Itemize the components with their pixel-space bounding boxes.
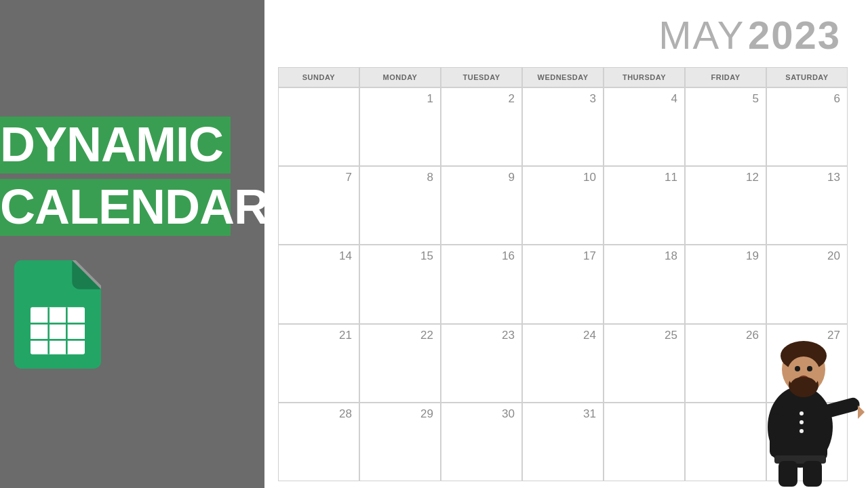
calendar-cell: 31 [522, 403, 604, 481]
title-line-1: DYNAMIC [0, 117, 231, 174]
day-header-monday: MONDAY [359, 67, 441, 87]
calendar-cell: 5 [685, 87, 766, 166]
calendar-cell: 21 [278, 324, 359, 403]
left-panel: DYNAMIC CALENDAR [0, 0, 264, 488]
calendar-cell: 12 [685, 166, 766, 245]
day-header-wednesday: WEDNESDAY [522, 67, 604, 87]
calendar-cell: 3 [522, 87, 604, 166]
svg-rect-0 [31, 307, 85, 354]
calendar-cell: 9 [441, 166, 522, 245]
calendar-cell [278, 87, 359, 166]
calendar-cell: 7 [278, 166, 359, 245]
calendar-cell: 25 [604, 324, 685, 403]
calendar-cell: 27 [766, 324, 848, 403]
calendar-cell: 30 [441, 403, 522, 481]
calendar-cell: 18 [604, 245, 685, 323]
calendar-cell: 24 [522, 324, 604, 403]
calendar-cell: 15 [359, 245, 441, 323]
calendar-cell: 11 [604, 166, 685, 245]
calendar-cell [604, 403, 685, 481]
calendar-cell: 4 [604, 87, 685, 166]
month-label: MAY [658, 13, 745, 57]
calendar-cell: 17 [522, 245, 604, 323]
calendar-week-3: 14151617181920 [278, 245, 848, 323]
calendar-cell: 23 [441, 324, 522, 403]
title-line-2: CALENDAR [0, 179, 231, 236]
calendar-cell: 8 [359, 166, 441, 245]
calendar-cell: 29 [359, 403, 441, 481]
calendar-week-1: 123456 [278, 87, 848, 166]
day-header-friday: FRIDAY [685, 67, 766, 87]
day-header-saturday: SATURDAY [766, 67, 848, 87]
calendar-week-4: 21222324252627 [278, 324, 848, 403]
calendar-cell [685, 403, 766, 481]
sheets-icon-wrap [14, 260, 102, 371]
calendar-cell: 22 [359, 324, 441, 403]
right-panel: MAY 2023 SUNDAYMONDAYTUESDAYWEDNESDAYTHU… [264, 0, 868, 488]
year-label: 2023 [748, 13, 841, 57]
calendar-week-2: 78910111213 [278, 166, 848, 245]
day-header-tuesday: TUESDAY [441, 67, 522, 87]
calendar-cell: 6 [766, 87, 848, 166]
title-block: DYNAMIC CALENDAR [0, 117, 264, 238]
calendar-cell: 20 [766, 245, 848, 323]
calendar-week-5: 28293031 [278, 403, 848, 481]
calendar-cell: 10 [522, 166, 604, 245]
calendar-cell: 26 [685, 324, 766, 403]
calendar-cell: 14 [278, 245, 359, 323]
calendar-cell [766, 403, 848, 481]
calendar-cell: 13 [766, 166, 848, 245]
calendar-header: MAY 2023 [278, 12, 848, 58]
calendar-cell: 1 [359, 87, 441, 166]
calendar-cell: 2 [441, 87, 522, 166]
calendar-cell: 19 [685, 245, 766, 323]
calendar-grid: SUNDAYMONDAYTUESDAYWEDNESDAYTHURSDAYFRID… [278, 67, 848, 481]
calendar-cell: 16 [441, 245, 522, 323]
google-sheets-icon [14, 260, 102, 369]
calendar-cell: 28 [278, 403, 359, 481]
day-headers-row: SUNDAYMONDAYTUESDAYWEDNESDAYTHURSDAYFRID… [278, 67, 848, 87]
calendar-rows: 1234567891011121314151617181920212223242… [278, 87, 848, 481]
day-header-sunday: SUNDAY [278, 67, 359, 87]
day-header-thursday: THURSDAY [604, 67, 685, 87]
